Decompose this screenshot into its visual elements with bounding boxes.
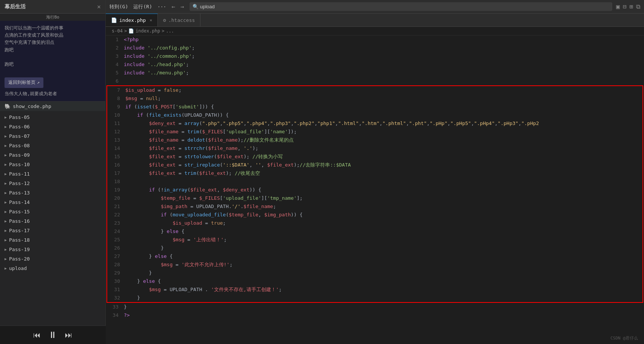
next-button[interactable]: ⏭ [65, 330, 72, 339]
layout-icon-4[interactable]: ⧉ [636, 3, 640, 10]
banner-line-5: 跑吧 [5, 61, 101, 68]
arrow-icon: ▶ [5, 219, 7, 223]
arrow-icon: ▶ [5, 153, 7, 157]
arrow-icon: ▶ [5, 200, 7, 204]
code-line-12: 12 $file_name = trim($_FILES['upload_fil… [107, 128, 642, 136]
tab-label: .htaccess [168, 17, 195, 23]
sidebar-item-pass07[interactable]: ▶ Pass-07 [0, 131, 105, 141]
topbar-menu: 转到(G) 运行(R) ··· [109, 3, 166, 10]
banner-line-4: 跑吧 [5, 46, 101, 54]
show-code-label: show_code.php [13, 103, 51, 109]
topbar-icons: ▣ ⊟ ⊞ ⧉ [616, 3, 640, 10]
sidebar-item-pass15[interactable]: ▶ Pass-15 [0, 207, 105, 216]
code-line-11: 11 $deny_ext = array(".php",".php5",".ph… [107, 119, 642, 128]
show-code-item[interactable]: 🐘 show_code.php [0, 102, 105, 111]
prev-button[interactable]: ⏮ [33, 330, 41, 339]
tab-index-php[interactable]: 📄 index.php ✕ [106, 14, 158, 26]
code-line-33: 33 } [106, 303, 644, 311]
sidebar-item-label: Pass-12 [9, 180, 30, 186]
tab-icon: ⚙ [163, 17, 166, 23]
tab-icon: 📄 [111, 17, 117, 23]
sidebar-item-label: Pass-08 [9, 143, 30, 148]
back-button[interactable]: ← [170, 2, 177, 11]
arrow-icon: ▶ [5, 172, 7, 176]
code-line-10: 10 if (file_exists(UPLOAD_PATH)) { [107, 111, 642, 119]
sidebar-item-pass18[interactable]: ▶ Pass-18 [0, 235, 105, 245]
code-line-2: 2 include '../config.php'; [106, 44, 644, 52]
sidebar-item-label: Pass-11 [9, 171, 30, 177]
breadcrumb-icon: 📄 [128, 28, 134, 34]
arrow-icon: ▶ [5, 266, 7, 270]
menu-run[interactable]: 运行(R) [133, 3, 152, 10]
arrow-icon: ▶ [5, 134, 7, 138]
sidebar-item-pass09[interactable]: ▶ Pass-09 [0, 150, 105, 160]
tab-htaccess[interactable]: ⚙ .htaccess [158, 14, 200, 26]
code-line-25: 25 $msg = '上传出错！'; [107, 236, 642, 244]
back-to-tabs-button[interactable]: 返回到标签页 ↗ [5, 77, 43, 88]
sidebar-item-pass17[interactable]: ▶ Pass-17 [0, 226, 105, 235]
breadcrumb-ellipsis: ... [166, 28, 174, 34]
code-area: 1 <?php 2 include '../config.php'; 3 inc… [106, 35, 644, 344]
back-label: 返回到标签页 [8, 79, 35, 86]
code-line-19: 19 if (!in_array($file_ext, $deny_ext)) … [107, 186, 642, 194]
sidebar-item-pass19[interactable]: ▶ Pass-19 [0, 245, 105, 254]
sidebar-title: 幕后生活 [5, 3, 26, 10]
arrow-icon: ▶ [5, 257, 7, 261]
breadcrumb-file: index.php [136, 28, 160, 34]
sidebar-item-pass10[interactable]: ▶ Pass-10 [0, 160, 105, 169]
code-line-4: 4 include '../head.php'; [106, 60, 644, 69]
menu-more[interactable]: ··· [157, 4, 166, 9]
code-line-1: 1 <?php [106, 35, 644, 44]
sidebar-banner: 我们可以当跑一个温暖的件事 点滴的工作变成了风景和饮品 空气中充满了微笑的泪点 … [0, 21, 105, 102]
sidebar-item-label: Pass-16 [9, 218, 30, 224]
music-controls: ⏮ ⏸ ⏭ [0, 325, 106, 344]
arrow-icon: ▶ [5, 143, 7, 148]
forward-button[interactable]: → [179, 2, 186, 11]
menu-goto[interactable]: 转到(G) [109, 3, 128, 10]
sidebar-item-pass06[interactable]: ▶ Pass-06 [0, 122, 105, 131]
sidebar-item-pass12[interactable]: ▶ Pass-12 [0, 179, 105, 188]
sidebar-item-pass05[interactable]: ▶ Pass-05 [0, 113, 105, 122]
sidebar-item-pass16[interactable]: ▶ Pass-16 [0, 216, 105, 226]
code-line-6: 6 [106, 77, 644, 85]
layout-icon-3[interactable]: ⊞ [629, 3, 633, 10]
sidebar: 幕后生活 ✕ 海行Bo 我们可以当跑一个温暖的件事 点滴的工作变成了风景和饮品 … [0, 0, 106, 344]
sidebar-item-pass13[interactable]: ▶ Pass-13 [0, 188, 105, 197]
sidebar-item-pass20[interactable]: ▶ Pass-20 [0, 254, 105, 264]
search-input[interactable] [190, 2, 612, 11]
highlighted-code-region: 7 $is_upload = false; 8 $msg = null; 9 i… [106, 85, 643, 303]
code-line-9: 9 if (isset($_POST['submit'])) { [107, 103, 642, 111]
code-line-27: 27 } else { [107, 252, 642, 261]
sidebar-item-label: Pass-05 [9, 114, 30, 120]
sidebar-list: ▶ Pass-05 ▶ Pass-06 ▶ Pass-07 ▶ Pass-08 … [0, 111, 105, 344]
banner-line-1: 我们可以当跑一个温暖的件事 [5, 25, 101, 32]
sidebar-item-pass14[interactable]: ▶ Pass-14 [0, 197, 105, 207]
code-line-8: 8 $msg = null; [107, 94, 642, 103]
code-line-13: 13 $file_name = deldot($file_name);//删除文… [107, 136, 642, 144]
arrow-icon: ▶ [5, 228, 7, 233]
sidebar-item-pass08[interactable]: ▶ Pass-08 [0, 141, 105, 150]
sidebar-header: 幕后生活 ✕ [0, 0, 105, 14]
breadcrumb-sep1: > [124, 28, 127, 34]
tab-close-icon[interactable]: ✕ [149, 18, 152, 23]
play-pause-button[interactable]: ⏸ [48, 330, 57, 340]
layout-icon-1[interactable]: ▣ [616, 3, 620, 10]
banner-line-3: 空气中充满了微笑的泪点 [5, 39, 101, 46]
arrow-icon: ▶ [5, 210, 7, 214]
main-editor: 转到(G) 运行(R) ··· ← → 🔍 ▣ ⊟ ⊞ ⧉ 📄 index.ph… [106, 0, 644, 344]
code-line-22: 22 if (move_uploaded_file($temp_file, $i… [107, 211, 642, 219]
sidebar-subtitle: 海行Bo [0, 14, 105, 21]
code-line-7: 7 $is_upload = false; [107, 86, 642, 94]
close-icon[interactable]: ✕ [97, 3, 101, 10]
sidebar-item-label: Pass-14 [9, 199, 30, 205]
code-line-15: 15 $file_ext = strtolower($file_ext); //… [107, 153, 642, 161]
sidebar-item-pass11[interactable]: ▶ Pass-11 [0, 169, 105, 179]
arrow-icon: ▶ [5, 247, 7, 251]
sidebar-item-upload[interactable]: ▶ upload [0, 264, 105, 273]
layout-icon-2[interactable]: ⊟ [623, 3, 627, 10]
sidebar-item-label: Pass-19 [9, 247, 30, 252]
search-wrapper: 🔍 [190, 2, 612, 11]
breadcrumb-s04: s-04 [112, 28, 123, 34]
code-line-14: 14 $file_ext = strrchr($file_name, '.'); [107, 144, 642, 153]
topbar-nav: ← → [170, 2, 185, 11]
